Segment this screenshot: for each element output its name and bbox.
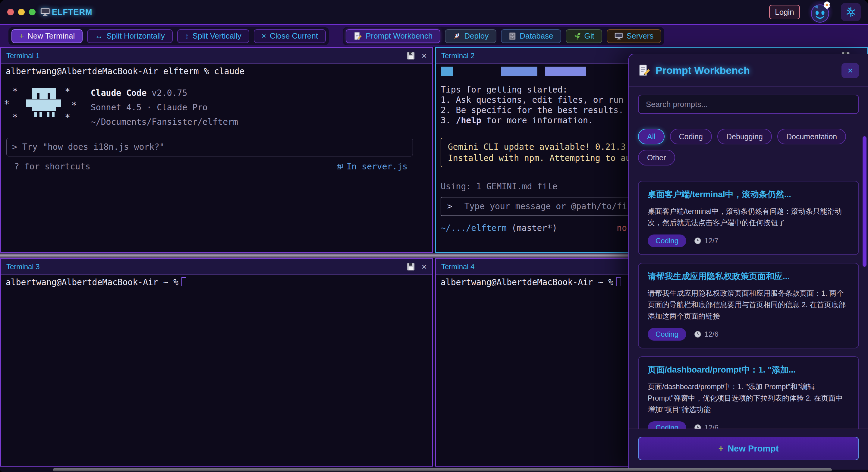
terminal-3-body[interactable]: albertwang@AlbertdeMacBook-Air ~ % (1, 275, 432, 290)
claude-code-logo: * * * * * * (6, 86, 87, 123)
servers-button[interactable]: Servers (607, 29, 661, 43)
panel-title: Prompt Workbench (655, 64, 750, 76)
memo-icon (353, 32, 362, 40)
floppy-icon (407, 52, 415, 60)
claude-status-row: ? for shortcuts In server.js (6, 161, 427, 172)
split-vertical-icon: ↕ (185, 31, 189, 41)
filter-chip-coding[interactable]: Coding (670, 129, 712, 145)
mascot-face-icon (809, 1, 832, 23)
claude-product: Claude Code (91, 88, 147, 98)
panel-header: Prompt Workbench × (629, 54, 868, 87)
traffic-light-minimize[interactable] (18, 9, 25, 15)
prompt-card-body: 桌面客户端/terminal中，滚动条仍然有问题：滚动条只能滑动一次，然后就无法… (648, 206, 849, 228)
claude-version: v2.0.75 (152, 88, 187, 98)
prompt-list[interactable]: 桌面客户端/terminal中，滚动条仍然... 桌面客户端/terminal中… (629, 171, 868, 429)
cwd-path: ~/.../elfterm (441, 223, 507, 233)
claude-input-hint: Try "how does i18n.js work?" (22, 142, 164, 152)
prompt-card[interactable]: 页面/dashboard/prompt中：1. "添加... 页面/dashbo… (638, 356, 859, 429)
claude-input-box[interactable]: > Try "how does i18n.js work?" (6, 138, 413, 156)
login-button[interactable]: Login (769, 5, 800, 19)
new-terminal-button[interactable]: + New Terminal (11, 29, 83, 43)
plus-icon: + (718, 444, 723, 453)
claude-cwd: ~/Documents/Fansister/elfterm (91, 115, 238, 129)
prompt-card-footer: Coding 12/6 (648, 421, 849, 429)
filter-chips: All Coding Debugging Documentation Other (629, 122, 868, 174)
toolbar-group-tools: Prompt Workbench Deploy Database Git Ser… (343, 27, 664, 45)
git-branch-label: (master*) (512, 223, 557, 233)
gemini-input-placeholder: Type your message or @path/to/fi (464, 201, 627, 212)
split-horizontal-icon: ↔ (95, 31, 103, 41)
save-terminal-button[interactable] (407, 52, 415, 60)
terminal-cursor (616, 277, 621, 286)
titlebar-right: Login (769, 1, 861, 23)
memo-icon (638, 64, 650, 76)
clock-icon (694, 237, 701, 245)
prompt-card-footer: Coding 12/7 (648, 234, 849, 247)
prompt-workbench-panel: Prompt Workbench × All Coding Debugging … (628, 54, 868, 470)
panel-close-button[interactable]: × (841, 63, 859, 78)
deploy-button[interactable]: Deploy (445, 29, 496, 43)
panel-scrollbar-thumb[interactable] (863, 136, 867, 267)
new-prompt-button[interactable]: + New Prompt (638, 437, 859, 460)
gemini-status-row: ~/.../elfterm (master*) no (441, 223, 627, 233)
snowflake-icon (845, 7, 856, 18)
mascot-avatar[interactable] (807, 1, 834, 23)
shell-prompt-line: albertwang@AlbertdeMacBook-Air elfterm %… (6, 66, 427, 77)
category-badge: Coding (648, 234, 686, 247)
clock-icon (694, 424, 701, 429)
terminal-1-body[interactable]: albertwang@AlbertdeMacBook-Air elfterm %… (1, 64, 432, 175)
traffic-lights (7, 9, 36, 15)
snowflake-button[interactable] (841, 3, 861, 21)
save-terminal-button[interactable] (407, 263, 415, 271)
prompt-card-footer: Coding 12/6 (648, 328, 849, 341)
filter-chip-other[interactable]: Other (638, 150, 675, 165)
traffic-light-close[interactable] (7, 9, 14, 15)
terminal-cursor (181, 277, 186, 286)
filter-chip-all[interactable]: All (638, 129, 664, 145)
claude-banner: * * * * * * (6, 86, 427, 129)
prompt-card-title: 页面/dashboard/prompt中：1. "添加... (648, 364, 849, 376)
branch-icon (574, 32, 581, 40)
app-window: ELFTERM Login (0, 0, 868, 472)
prompt-workbench-button[interactable]: Prompt Workbench (346, 29, 440, 43)
split-horizontally-button[interactable]: ↔ Split Horizontally (87, 29, 173, 43)
database-button[interactable]: Database (501, 29, 561, 43)
monitor-icon (40, 8, 50, 16)
terminal-title: Terminal 3 (6, 262, 40, 271)
banner-block (501, 67, 537, 76)
category-badge: Coding (648, 328, 686, 341)
prompt-card-body: 请帮我生成应用隐私权政策页面和应用服务条款页面：1. 两个页面的导航栏和底部信息… (648, 287, 849, 322)
terminal-title: Terminal 4 (441, 262, 475, 271)
terminal-1-pane[interactable]: Terminal 1 × albertwang@AlbertdeMacBook-… (0, 47, 433, 253)
traffic-light-zoom[interactable] (29, 9, 36, 15)
search-section (629, 87, 868, 122)
close-terminal-button[interactable]: × (421, 51, 427, 60)
search-input[interactable] (638, 95, 859, 114)
input-prefix: > (447, 201, 453, 212)
terminal-3-pane[interactable]: Terminal 3 × albertwang@AlbertdeMacBook-… (0, 258, 433, 467)
prompt-card-title: 请帮我生成应用隐私权政策页面和应... (648, 271, 849, 282)
prompt-card[interactable]: 桌面客户端/terminal中，滚动条仍然... 桌面客户端/terminal中… (638, 181, 859, 255)
terminal-title: Terminal 2 (441, 52, 475, 60)
prompt-card-body: 页面/dashboard/prompt中：1. "添加 Prompt"和"编辑 … (648, 381, 849, 415)
filter-chip-debugging[interactable]: Debugging (717, 129, 772, 145)
filter-chip-documentation[interactable]: Documentation (777, 129, 846, 145)
asterisk-decoration: * (12, 112, 18, 123)
overlap-squares-icon (336, 163, 343, 170)
close-current-button[interactable]: × Close Current (254, 29, 326, 43)
prompt-card[interactable]: 请帮我生成应用隐私权政策页面和应... 请帮我生成应用隐私权政策页面和应用服务条… (638, 263, 859, 348)
banner-block (441, 67, 453, 76)
rocket-icon (453, 32, 461, 40)
prompt-card-title: 桌面客户端/terminal中，滚动条仍然... (648, 189, 849, 200)
prompt-date: 12/6 (694, 423, 718, 429)
panel-footer: + New Prompt (629, 429, 868, 470)
shell-prompt-line: albertwang@AlbertdeMacBook-Air ~ % (6, 277, 427, 288)
asterisk-decoration: * (12, 86, 18, 97)
git-button[interactable]: Git (566, 29, 602, 43)
prompt-date: 12/7 (694, 237, 718, 245)
split-vertically-button[interactable]: ↕ Split Vertically (177, 29, 249, 43)
close-terminal-button[interactable]: × (421, 262, 427, 271)
shortcuts-hint: ? for shortcuts (14, 161, 90, 172)
close-icon: × (261, 31, 266, 41)
floppy-icon (407, 263, 415, 271)
